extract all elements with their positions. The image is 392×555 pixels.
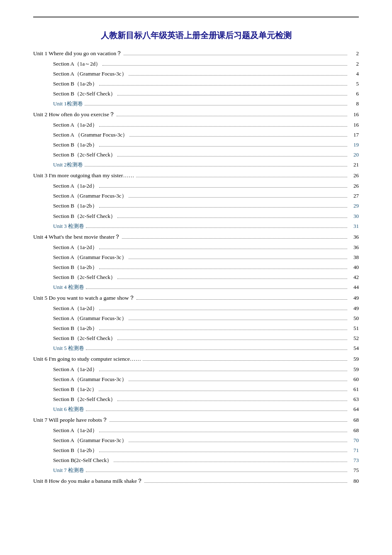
toc-section-label: Section B（1a-2b）: [33, 445, 97, 455]
toc-section-label: Unit 5 检测卷: [33, 343, 84, 353]
toc-dots: [129, 259, 347, 259]
toc-section-label: Unit 7 检测卷: [33, 465, 84, 475]
toc-dots: [144, 482, 347, 483]
toc-page-number: 59: [349, 364, 359, 374]
toc-section-row: Section A（Grammar Focus-3c）50: [33, 313, 359, 323]
toc-page-number: 38: [349, 252, 359, 262]
toc-dots: [143, 360, 347, 361]
toc-dots: [99, 85, 347, 86]
toc-page-number: 30: [349, 211, 359, 221]
toc-section-label: Section B（1a-2b）: [33, 201, 97, 211]
toc-section-row: Section B（2c-Self Check）20: [33, 150, 359, 160]
toc-section-label: Section A（1a-2d）: [33, 120, 97, 130]
toc-section-label: Unit 4 检测卷: [33, 282, 84, 292]
toc-section-row: Section A（1a～2d）2: [33, 59, 359, 69]
toc-unit-row: Unit 1 Where did you go on vacation？2: [33, 49, 359, 59]
toc-dots: [99, 126, 347, 127]
toc-page-number: 70: [349, 435, 359, 445]
toc-section-label: Section A（1a-2d）: [33, 181, 97, 191]
page: 人教新目标八年级英语上册全册课后习题及单元检测 Unit 1 Where did…: [0, 0, 392, 555]
unit-group: Unit 2 How often do you exercise？16Secti…: [33, 110, 359, 170]
toc-page-number: 2: [349, 59, 359, 69]
unit-group: Unit 3 I'm more outgoing than my sister……: [33, 171, 359, 231]
toc-page-number: 71: [349, 445, 359, 455]
toc-page-number: 2: [349, 49, 359, 59]
toc-dots: [129, 136, 347, 137]
toc-dots: [99, 310, 347, 310]
toc-dots: [99, 371, 347, 371]
toc-page-number: 5: [349, 79, 359, 89]
toc-dots: [86, 411, 347, 411]
toc-page-number: 21: [349, 160, 359, 170]
toc-section-label: Section A（Grammar Focus-3c）: [33, 252, 127, 262]
toc-page-number: 63: [349, 394, 359, 404]
toc-section-label: Section A（1a-2d）: [33, 425, 97, 435]
toc-section-row: Section B（1a-2b）29: [33, 201, 359, 211]
toc-dots: [117, 279, 347, 279]
toc-section-label: Section A（1a-2d）: [33, 364, 97, 374]
toc-unit-row: Unit 3 I'm more outgoing than my sister……: [33, 171, 359, 181]
toc-page-number: 16: [349, 120, 359, 130]
toc-section-row: Section B（2c-Self Check）63: [33, 394, 359, 404]
toc-section-row: Section A（Grammar Focus-3c）27: [33, 191, 359, 201]
toc-section-label: Section B（2c-Self Check）: [33, 394, 116, 404]
toc-dots: [129, 320, 347, 320]
toc-page-number: 44: [349, 282, 359, 292]
toc-dots: [99, 432, 347, 432]
toc-dots: [117, 116, 347, 116]
toc-dots: [99, 391, 347, 391]
toc-dots: [129, 381, 347, 381]
toc-section-row: Unit 2检测卷21: [33, 160, 359, 170]
unit-group: Unit 5 Do you want to watch a game show？…: [33, 293, 359, 353]
toc-dots: [110, 421, 347, 422]
toc-dots: [129, 75, 347, 76]
unit-group: Unit 7 Will people have robots？68Section…: [33, 415, 359, 475]
toc-section-label: Section B（1a-2b）: [33, 140, 97, 150]
toc-dots: [117, 95, 347, 95]
toc-section-row: Unit 1检测卷8: [33, 99, 359, 109]
toc-section-label: Section A（Grammar Focus-3c）: [33, 191, 127, 201]
toc-page-number: 73: [349, 455, 359, 465]
toc-page-number: 49: [349, 293, 359, 303]
toc-section-row: Section B（2c-Self Check）42: [33, 272, 359, 282]
toc-page-number: 68: [349, 425, 359, 435]
toc-page-number: 19: [349, 140, 359, 150]
toc-section-label: Section B（2c-Self Check）: [33, 211, 116, 221]
toc-section-label: Unit 6 检测卷: [33, 404, 84, 414]
toc-page-number: 29: [349, 201, 359, 211]
toc-page-number: 54: [349, 343, 359, 353]
toc-section-label: Section B（1a-2c）: [33, 384, 97, 394]
toc-unit-label: Unit 5 Do you want to watch a game show？: [33, 293, 135, 303]
toc-section-label: Section B(2c-Self Check）: [33, 455, 112, 465]
toc-page-number: 17: [349, 130, 359, 140]
toc-section-label: Unit 2检测卷: [33, 160, 83, 170]
toc-page-number: 60: [349, 374, 359, 384]
toc-section-row: Section B（1a-2c）61: [33, 384, 359, 394]
toc-dots: [99, 207, 347, 208]
toc-unit-row: Unit 7 Will people have robots？68: [33, 415, 359, 425]
toc-section-label: Section A（Grammar Focus-3c）: [33, 374, 127, 384]
unit-group: Unit 1 Where did you go on vacation？2Sec…: [33, 49, 359, 109]
toc-section-row: Section A （Grammar Focus-3c）17: [33, 130, 359, 140]
toc-section-row: Unit 7 检测卷75: [33, 465, 359, 475]
toc-section-row: Section A（Grammar Focus-3c）60: [33, 374, 359, 384]
toc-dots: [124, 55, 347, 55]
toc-dots: [99, 187, 347, 188]
toc-section-row: Section B（1a-2b）19: [33, 140, 359, 150]
toc-section-row: Section A（1a-2d）59: [33, 364, 359, 374]
toc-section-label: Section A（Grammar Focus-3c）: [33, 313, 127, 323]
toc-page-number: 6: [349, 89, 359, 99]
toc-unit-row: Unit 4 What's the best movie theater？36: [33, 232, 359, 242]
toc-dots: [86, 350, 347, 350]
toc-container: Unit 1 Where did you go on vacation？2Sec…: [33, 49, 359, 487]
toc-page-number: 36: [349, 232, 359, 242]
toc-section-row: Unit 6 检测卷64: [33, 404, 359, 414]
toc-section-label: Section A（1a-2d）: [33, 242, 97, 252]
toc-section-row: Section B（2c-Self Check）6: [33, 89, 359, 99]
toc-section-label: Section A （Grammar Focus-3c）: [33, 130, 128, 140]
toc-dots: [85, 105, 347, 105]
toc-page-number: 26: [349, 181, 359, 191]
toc-section-row: Unit 3 检测卷31: [33, 221, 359, 231]
toc-unit-row: Unit 6 I'm going to study computer scien…: [33, 354, 359, 364]
toc-section-label: Section B（2c-Self Check）: [33, 333, 116, 343]
